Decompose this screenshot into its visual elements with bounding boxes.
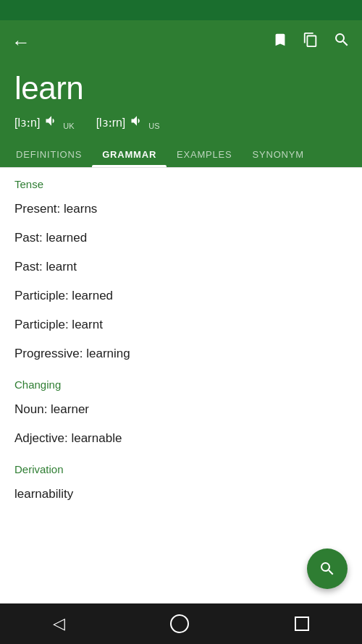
nav-home-button[interactable] [170, 614, 189, 633]
grammar-item-participle-learnt: Participle: learnt [0, 310, 362, 339]
back-button[interactable]: ← [12, 31, 30, 54]
pron-region-us: US [148, 122, 159, 130]
speaker-uk-icon[interactable] [44, 114, 59, 132]
speaker-us-icon[interactable] [130, 114, 144, 132]
header-actions [272, 31, 350, 53]
tense-header: Tense [0, 168, 362, 195]
pronunciation-us: [lɜːrn] US [96, 114, 160, 132]
pron-region-uk: UK [63, 122, 74, 130]
nav-recent-button[interactable] [295, 617, 309, 631]
word-title: learn [14, 69, 348, 108]
grammar-item-noun: Noun: learner [0, 395, 362, 424]
tabs-bar: DEFINITIONS GRAMMAR EXAMPLES SYNONYM [0, 140, 362, 167]
grammar-item-present: Present: learns [0, 195, 362, 224]
pronunciations: [lɜːn] UK [lɜːrn] US [14, 108, 348, 140]
changing-header: Changing [0, 368, 362, 395]
pron-ipa-uk: [lɜːn] [14, 116, 40, 130]
header-left: ← [12, 31, 30, 54]
bottom-navigation: ◁ [0, 603, 362, 644]
fab-search-icon [319, 560, 336, 577]
status-bar [0, 0, 362, 20]
tab-synonym[interactable]: SYNONYM [243, 140, 314, 167]
app-header: ← [0, 20, 362, 64]
copy-icon[interactable] [303, 32, 319, 52]
grammar-item-participle-learned: Participle: learned [0, 281, 362, 310]
bookmark-icon[interactable] [272, 32, 288, 52]
nav-back-button[interactable]: ◁ [53, 614, 65, 633]
tab-definitions[interactable]: DEFINITIONS [6, 140, 92, 167]
tab-grammar[interactable]: GRAMMAR [92, 140, 167, 167]
tab-examples[interactable]: EXAMPLES [167, 140, 243, 167]
grammar-content: Tense Present: learns Past: learned Past… [0, 168, 362, 573]
fab-search-button[interactable] [307, 548, 348, 589]
grammar-item-learnability: learnability [0, 480, 362, 500]
word-section: learn [lɜːn] UK [lɜːrn] US [0, 64, 362, 140]
search-header-icon[interactable] [333, 31, 350, 53]
pronunciation-uk: [lɜːn] UK [14, 114, 75, 132]
derivation-header: Derivation [0, 453, 362, 480]
grammar-item-past-learned: Past: learned [0, 224, 362, 253]
grammar-item-progressive: Progressive: learning [0, 339, 362, 368]
pron-ipa-us: [lɜːrn] [96, 116, 126, 130]
grammar-item-adjective: Adjective: learnable [0, 424, 362, 453]
grammar-item-past-learnt: Past: learnt [0, 253, 362, 281]
